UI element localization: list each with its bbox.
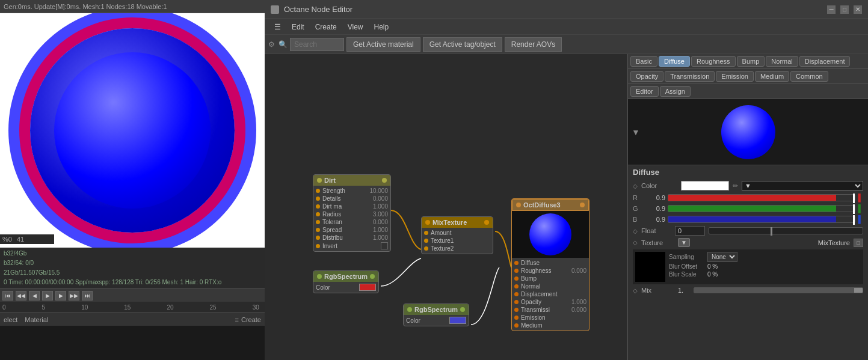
node-mix-row-amount: Amount [424, 229, 490, 237]
prop-color-edit-icon[interactable]: ✏ [733, 182, 738, 190]
search-input[interactable] [290, 38, 344, 51]
create-button[interactable]: Create [241, 316, 261, 323]
status-left: elect [4, 316, 17, 323]
stats-line4: 0 Time: 00:00:00/00:00:00 Spp/maxspp: 12… [4, 278, 261, 287]
sub-sampling-dropdown[interactable]: None [707, 252, 737, 262]
port-distribu[interactable] [316, 236, 320, 240]
timeline-btn-next-fast[interactable]: ▶▶ [69, 291, 79, 301]
render-aovs-button[interactable]: Render AOVs [505, 37, 562, 52]
node-oct-diffuse[interactable]: OctDiffuse3 Diffuse Roughness 0.000 [511, 198, 589, 331]
port-oct-bump[interactable] [514, 276, 519, 281]
node-dirt[interactable]: Dirt Strength 10.000 Details 0.000 [313, 174, 391, 252]
port-oct-displacement[interactable] [514, 292, 519, 296]
prop-r-value: 0.9 [647, 194, 665, 201]
port-oct-diffuse[interactable] [514, 261, 519, 265]
tab-roughness[interactable]: Roughness [691, 56, 736, 67]
port-texture1[interactable] [424, 239, 428, 243]
node-oct-in-port[interactable] [516, 203, 521, 207]
tab-normal[interactable]: Normal [766, 56, 798, 67]
tab-diffuse[interactable]: Diffuse [659, 56, 690, 67]
port-dirtma[interactable] [316, 204, 320, 209]
node-rgb-spectrum-1[interactable]: RgbSpectrum Color [313, 270, 379, 293]
port-oct-normal[interactable] [514, 284, 519, 288]
port-radius[interactable] [316, 212, 320, 216]
prop-r-slider[interactable] [668, 194, 855, 201]
node-rgb2-out-port[interactable] [460, 307, 465, 312]
get-active-tag-button[interactable]: Get Active tag/object [423, 37, 502, 52]
prop-float-slider[interactable] [709, 227, 863, 234]
node-dirt-out-port[interactable] [382, 178, 387, 183]
close-button[interactable]: ✕ [854, 5, 862, 14]
port-toleran[interactable] [316, 220, 320, 224]
get-active-material-button[interactable]: Get Active material [346, 37, 420, 52]
texture-badge[interactable]: ▼ [678, 238, 690, 247]
port-invert[interactable] [316, 244, 320, 248]
texture-expand-button[interactable]: □ [854, 239, 863, 247]
node-rgb-spectrum-2[interactable]: RgbSpectrum Color [403, 304, 469, 326]
node-rgb2-in-port[interactable] [407, 307, 412, 312]
sub-prop-sampling: Sampling None [669, 252, 861, 262]
prop-mix-slider[interactable] [694, 287, 863, 293]
node-oct-row-transmissi: Transmissi 0.000 [514, 306, 586, 314]
toolbar-icon-search: 🔍 [279, 40, 288, 49]
node-rgb2-color-row: Color [406, 316, 466, 325]
node-mix-in-port[interactable] [425, 220, 430, 225]
node-rgb1-out-port[interactable] [370, 274, 375, 279]
tab-basic[interactable]: Basic [630, 56, 657, 67]
tab-emission[interactable]: Emission [716, 71, 754, 82]
menu-help[interactable]: Help [369, 22, 394, 32]
tab-editor[interactable]: Editor [630, 86, 659, 97]
prop-color-dropdown[interactable]: ▼ [742, 181, 863, 191]
port-oct-roughness[interactable] [514, 269, 519, 273]
node-mix-header: MixTexture [422, 217, 493, 228]
tab-common[interactable]: Common [790, 71, 828, 82]
tab-transmission[interactable]: Transmission [665, 71, 715, 82]
maximize-button[interactable]: □ [840, 5, 849, 14]
node-mix-out-port[interactable] [484, 220, 489, 225]
prop-texture-value: MixTexture [694, 239, 850, 246]
timeline-btn-prev[interactable]: ◀ [29, 291, 40, 301]
node-oct-title: OctDiffuse3 [523, 201, 561, 209]
timeline-btn-next[interactable]: ▶ [55, 291, 66, 301]
port-oct-emission[interactable] [514, 316, 519, 320]
prop-color-swatch[interactable] [681, 181, 729, 191]
port-oct-medium[interactable] [514, 323, 519, 328]
port-amount[interactable] [424, 231, 428, 235]
menu-edit[interactable]: Edit [287, 22, 309, 32]
node-rgb1-header: RgbSpectrum [313, 271, 378, 282]
timeline-btn-prev-fast[interactable]: ◀◀ [16, 291, 26, 301]
node-mix-body: Amount Texture1 Texture2 [422, 228, 493, 254]
prop-b-slider[interactable] [668, 216, 855, 223]
tab-opacity[interactable]: Opacity [630, 71, 663, 82]
node-dirt-in-port[interactable] [317, 178, 322, 183]
port-oct-transmissi[interactable] [514, 308, 519, 312]
timeline-btn-play[interactable]: ▶ [42, 291, 53, 301]
prop-color-diamond: ◇ [633, 183, 638, 189]
preview-circle-inner [54, 52, 211, 209]
prop-float-input[interactable] [675, 226, 705, 236]
tab-bump[interactable]: Bump [737, 56, 765, 67]
node-mix-texture[interactable]: MixTexture Amount Texture1 Texture2 [421, 216, 493, 254]
prop-b-label: B [633, 216, 645, 223]
port-details[interactable] [316, 197, 320, 201]
timeline-btn-start[interactable]: ⏮ [2, 291, 13, 301]
tab-medium[interactable]: Medium [755, 71, 789, 82]
prop-g-slider[interactable] [668, 205, 855, 212]
node-oct-out-port[interactable] [580, 203, 585, 207]
menu-create[interactable]: Create [310, 22, 342, 32]
port-spread[interactable] [316, 228, 320, 232]
node-rgb1-color-swatch[interactable] [359, 284, 376, 291]
menu-hamburger[interactable]: ☰ [269, 22, 286, 32]
node-rgb2-color-swatch[interactable] [449, 317, 466, 324]
menu-view[interactable]: View [343, 22, 368, 32]
port-strength[interactable] [316, 189, 320, 193]
node-canvas[interactable]: Dirt Strength 10.000 Details 0.000 [265, 54, 627, 360]
port-texture2[interactable] [424, 246, 428, 251]
timeline-btn-end[interactable]: ⏭ [82, 291, 93, 301]
minimize-button[interactable]: ─ [827, 5, 836, 14]
toolbar-icon-left: ⚙ [268, 40, 275, 49]
tab-assign[interactable]: Assign [660, 86, 691, 97]
tab-displacement[interactable]: Displacement [799, 56, 851, 67]
port-oct-opacity[interactable] [514, 300, 519, 304]
node-rgb1-in-port[interactable] [317, 274, 322, 279]
